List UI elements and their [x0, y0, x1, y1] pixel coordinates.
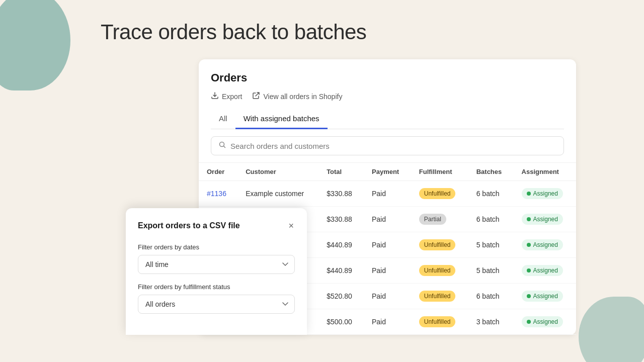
- total-cell: $330.88: [318, 181, 364, 207]
- payment-cell: Paid: [364, 232, 411, 258]
- col-total: Total: [318, 163, 364, 181]
- col-order: Order: [199, 163, 237, 181]
- modal-title: Export orders to a CSV file: [138, 221, 240, 230]
- export-link[interactable]: Export: [211, 92, 242, 101]
- payment-cell: Paid: [364, 207, 411, 232]
- date-filter-group: Filter orders by dates All time Today La…: [138, 243, 295, 283]
- search-input[interactable]: [230, 142, 556, 150]
- assigned-dot: [527, 268, 531, 273]
- fulfillment-badge: Unfulfilled: [419, 316, 456, 327]
- view-shopify-link[interactable]: View all orders in Shopify: [252, 92, 342, 101]
- assigned-dot: [527, 192, 531, 196]
- total-cell: $440.89: [318, 258, 364, 284]
- payment-cell: Paid: [364, 284, 411, 309]
- page-title: Trace orders back to batches: [101, 20, 366, 44]
- order-link-1136[interactable]: #1136: [207, 190, 226, 198]
- batches-cell: 5 batch: [468, 258, 514, 284]
- fulfillment-badge: Unfulfilled: [419, 188, 456, 199]
- tab-with-assigned-batches[interactable]: With assigned batches: [235, 109, 328, 129]
- modal-close-button[interactable]: ×: [287, 220, 295, 231]
- assignment-badge: Assigned: [522, 316, 563, 327]
- export-icon: [211, 92, 219, 101]
- external-link-icon: [252, 92, 260, 101]
- assignment-badge: Assigned: [522, 239, 563, 250]
- fulfillment-badge: Partial: [419, 214, 446, 225]
- batches-cell: 6 batch: [468, 207, 514, 232]
- assignment-badge: Assigned: [522, 188, 563, 199]
- tabs-container: All With assigned batches: [211, 109, 564, 129]
- table-row: #1136 Example customer $330.88 Paid Unfu…: [199, 181, 576, 207]
- assignment-badge: Assigned: [522, 291, 563, 302]
- assigned-dot: [527, 320, 531, 324]
- view-shopify-label: View all orders in Shopify: [263, 93, 342, 101]
- batches-cell: 3 batch: [468, 309, 514, 335]
- customer-cell: Example customer: [237, 181, 318, 207]
- orders-panel: Orders Export: [199, 59, 576, 335]
- fulfillment-badge: Unfulfilled: [419, 265, 456, 276]
- fulfillment-badge: Unfulfilled: [419, 291, 456, 302]
- assigned-dot: [527, 217, 531, 221]
- payment-cell: Paid: [364, 309, 411, 335]
- search-icon: [218, 141, 226, 151]
- total-cell: $440.89: [318, 232, 364, 258]
- batches-cell: 5 batch: [468, 232, 514, 258]
- assigned-dot: [527, 243, 531, 247]
- search-bar: [199, 129, 576, 162]
- assigned-dot: [527, 294, 531, 298]
- assignment-badge: Assigned: [522, 265, 563, 276]
- col-payment: Payment: [364, 163, 411, 181]
- status-filter-select[interactable]: All orders Unfulfilled Fulfilled Partial: [138, 295, 295, 314]
- status-filter-group: Filter orders by fulfillment status All …: [138, 283, 295, 323]
- col-customer: Customer: [237, 163, 318, 181]
- batches-cell: 6 batch: [468, 181, 514, 207]
- payment-cell: Paid: [364, 181, 411, 207]
- date-filter-select[interactable]: All time Today Last 7 days Last 30 days: [138, 255, 295, 274]
- export-modal: Export orders to a CSV file × Filter ord…: [126, 208, 307, 335]
- total-cell: $330.88: [318, 207, 364, 232]
- orders-panel-title: Orders: [211, 71, 564, 84]
- payment-cell: Paid: [364, 258, 411, 284]
- status-filter-label: Filter orders by fulfillment status: [138, 283, 295, 291]
- tab-all[interactable]: All: [211, 109, 235, 129]
- col-batches: Batches: [468, 163, 514, 181]
- export-label: Export: [222, 93, 242, 101]
- fulfillment-badge: Unfulfilled: [419, 239, 456, 250]
- total-cell: $520.80: [318, 284, 364, 309]
- col-assignment: Assignment: [514, 163, 576, 181]
- col-fulfillment: Fulfillment: [411, 163, 468, 181]
- batches-cell: 6 batch: [468, 284, 514, 309]
- assignment-badge: Assigned: [522, 214, 563, 225]
- date-filter-label: Filter orders by dates: [138, 243, 295, 251]
- total-cell: $500.00: [318, 309, 364, 335]
